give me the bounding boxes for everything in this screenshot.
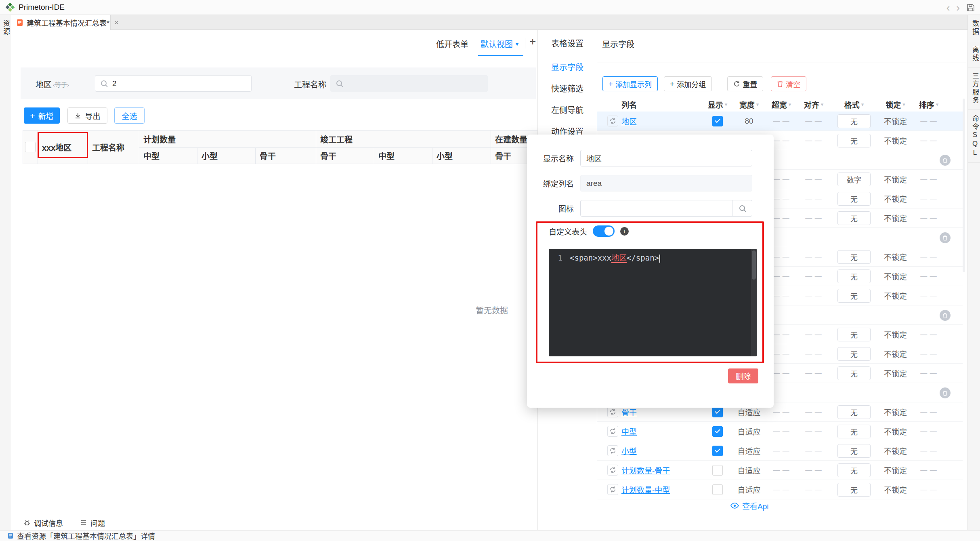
icon-search-button[interactable] xyxy=(732,200,752,217)
reorder-handle-icon[interactable] xyxy=(607,465,618,476)
align-value[interactable]: — — xyxy=(797,427,830,436)
display-checkbox[interactable] xyxy=(712,465,723,476)
width-value[interactable]: 自适应 xyxy=(733,426,765,437)
lock-value[interactable]: 不锁定 xyxy=(878,271,913,282)
sort-value[interactable]: — — xyxy=(913,350,945,358)
format-button[interactable]: 无 xyxy=(837,347,871,361)
column-name-link[interactable]: 地区 xyxy=(621,118,637,126)
project-search-field[interactable] xyxy=(330,75,488,92)
format-button[interactable]: 无 xyxy=(837,269,871,283)
align-value[interactable]: — — xyxy=(797,369,830,377)
lock-value[interactable]: 不锁定 xyxy=(878,348,913,359)
width-value[interactable]: 80 xyxy=(733,117,765,126)
clear-button[interactable]: 清空 xyxy=(771,76,806,91)
format-button[interactable]: 无 xyxy=(837,483,871,497)
settings-field-row[interactable]: 计划数量-骨干 自适应 — — — — 无 不锁定 — — xyxy=(597,461,963,480)
lock-value[interactable]: 不锁定 xyxy=(878,329,913,340)
reorder-handle-icon[interactable] xyxy=(607,116,618,126)
lock-value[interactable]: 不锁定 xyxy=(878,193,913,204)
subcolumn-header[interactable]: 小型 xyxy=(197,148,256,164)
lock-value[interactable]: 不锁定 xyxy=(878,445,913,456)
width-value[interactable]: 自适应 xyxy=(733,406,765,417)
overwide-value[interactable]: — — xyxy=(765,427,797,436)
add-view-button[interactable]: + xyxy=(529,35,536,48)
sort-value[interactable]: — — xyxy=(913,330,945,339)
align-value[interactable]: — — xyxy=(797,117,830,125)
lock-value[interactable]: 不锁定 xyxy=(878,426,913,437)
settings-field-row[interactable]: 地区 80 — — — — 无 不锁定 — — xyxy=(597,112,963,131)
sort-value[interactable]: — — xyxy=(913,292,945,300)
debug-info-tab[interactable]: 调试信息 xyxy=(23,518,63,528)
nav-item-quick-filter[interactable]: 快速筛选 xyxy=(538,78,597,100)
delete-column-button[interactable]: 删除 xyxy=(728,368,758,383)
group-delete-button[interactable] xyxy=(940,232,951,243)
display-checkbox[interactable] xyxy=(712,426,723,437)
sidebar-item-sql[interactable]: 命令SQL xyxy=(968,110,980,163)
format-button[interactable]: 无 xyxy=(837,114,871,128)
nav-back-icon[interactable]: ‹ xyxy=(946,2,950,13)
format-button[interactable]: 无 xyxy=(837,211,871,225)
subcolumn-header[interactable]: 中型 xyxy=(374,148,432,164)
settings-field-row[interactable]: 中型 自适应 — — — — 无 不锁定 — — xyxy=(597,422,963,441)
col-header-width[interactable]: 宽度▾ xyxy=(733,99,765,110)
sort-value[interactable]: — — xyxy=(913,137,945,145)
align-value[interactable]: — — xyxy=(797,137,830,145)
format-button[interactable]: 无 xyxy=(837,444,871,458)
settings-field-row[interactable]: 计划数量-中型 自适应 — — — — 无 不锁定 — — xyxy=(597,480,963,499)
width-value[interactable]: 自适应 xyxy=(733,465,765,476)
sort-value[interactable]: — — xyxy=(913,369,945,377)
sort-value[interactable]: — — xyxy=(913,214,945,222)
panel-scrollbar[interactable] xyxy=(963,99,965,272)
reorder-handle-icon[interactable] xyxy=(607,406,618,417)
align-value[interactable]: — — xyxy=(797,272,830,280)
align-value[interactable]: — — xyxy=(797,214,830,222)
lock-value[interactable]: 不锁定 xyxy=(878,135,913,146)
width-value[interactable]: 自适应 xyxy=(733,484,765,495)
align-value[interactable]: — — xyxy=(797,486,830,494)
sort-value[interactable]: — — xyxy=(913,272,945,280)
overwide-value[interactable]: — — xyxy=(765,117,797,125)
column-header-project[interactable]: 工程名称 xyxy=(88,131,139,164)
overwide-value[interactable]: — — xyxy=(765,408,797,416)
align-value[interactable]: — — xyxy=(797,447,830,455)
align-value[interactable]: — — xyxy=(797,195,830,203)
lock-value[interactable]: 不锁定 xyxy=(878,174,913,185)
sidebar-item-data[interactable]: 数据 xyxy=(968,15,980,41)
format-button[interactable]: 数字 xyxy=(837,173,871,186)
col-header-format[interactable]: 格式▾ xyxy=(830,99,878,110)
view-dropdown[interactable]: 默认视图 ▾ xyxy=(481,38,518,50)
format-button[interactable]: 无 xyxy=(837,366,871,380)
display-checkbox[interactable] xyxy=(712,484,723,495)
lock-value[interactable]: 不锁定 xyxy=(878,484,913,495)
format-button[interactable]: 无 xyxy=(837,250,871,264)
lock-value[interactable]: 不锁定 xyxy=(878,290,913,301)
format-button[interactable]: 无 xyxy=(837,192,871,206)
group-delete-button[interactable] xyxy=(940,155,951,166)
sort-value[interactable]: — — xyxy=(913,486,945,494)
tab-report[interactable]: 建筑工程基本情况汇总表* × xyxy=(11,15,111,30)
sort-value[interactable]: — — xyxy=(913,427,945,436)
subcolumn-header[interactable]: 中型 xyxy=(139,148,197,164)
format-button[interactable]: 无 xyxy=(837,289,871,303)
group-header-completed[interactable]: 竣工工程 xyxy=(316,131,491,148)
add-group-button[interactable]: +添加分组 xyxy=(664,76,712,91)
align-value[interactable]: — — xyxy=(797,350,830,358)
lock-value[interactable]: 不锁定 xyxy=(878,465,913,476)
area-filter-operator[interactable]: ‹等于› xyxy=(53,80,69,88)
display-checkbox[interactable] xyxy=(712,446,723,456)
icon-input[interactable] xyxy=(580,200,752,217)
lock-value[interactable]: 不锁定 xyxy=(878,406,913,417)
display-checkbox[interactable] xyxy=(712,116,723,126)
col-header-lock[interactable]: 锁定▾ xyxy=(878,99,913,110)
lock-value[interactable]: 不锁定 xyxy=(878,368,913,379)
settings-field-row[interactable]: 小型 自适应 — — — — 无 不锁定 — — xyxy=(597,441,963,461)
sidebar-item-offline[interactable]: 离线 xyxy=(968,41,980,67)
format-button[interactable]: 无 xyxy=(837,405,871,419)
display-name-input[interactable] xyxy=(580,150,752,166)
reorder-handle-icon[interactable] xyxy=(607,445,618,456)
align-value[interactable]: — — xyxy=(797,175,830,183)
format-button[interactable]: 无 xyxy=(837,328,871,341)
column-name-link[interactable]: 计划数量-骨干 xyxy=(621,467,670,475)
sidebar-item-resources[interactable]: 资源 xyxy=(0,15,11,41)
sort-value[interactable]: — — xyxy=(913,117,945,125)
